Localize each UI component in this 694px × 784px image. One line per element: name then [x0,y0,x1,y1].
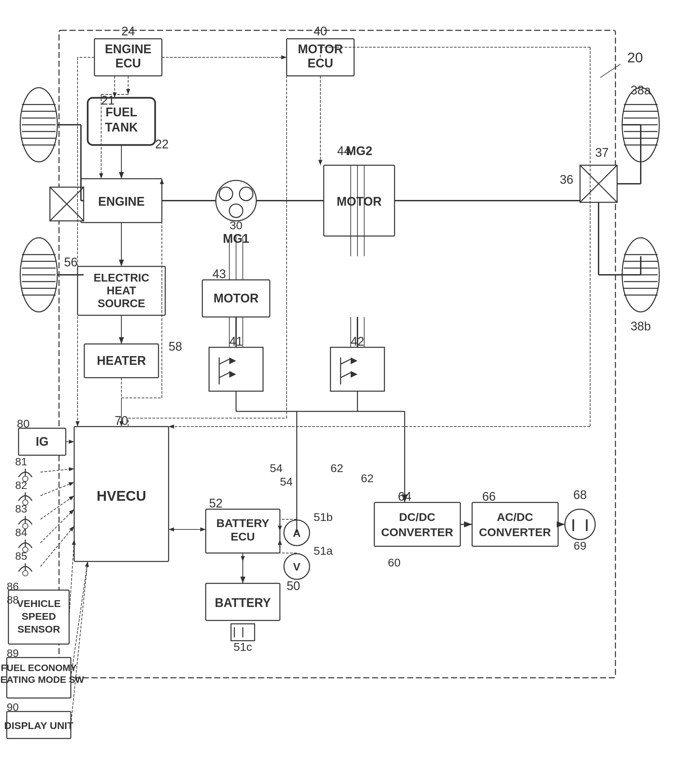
svg-text:69: 69 [574,539,587,552]
svg-text:68: 68 [573,488,587,502]
ref-20: 20 [627,49,643,66]
svg-text:21: 21 [101,94,115,107]
svg-text:44: 44 [337,144,351,158]
svg-text:83: 83 [15,503,27,515]
svg-text:43: 43 [213,267,226,281]
svg-text:DC/DC: DC/DC [399,511,435,523]
svg-text:DISPLAY UNIT: DISPLAY UNIT [4,720,73,731]
svg-rect-122 [472,502,558,546]
svg-text:56: 56 [64,255,77,269]
svg-text:AC/DC: AC/DC [497,511,533,523]
svg-text:VEHICLE: VEHICLE [17,598,61,609]
svg-text:81: 81 [15,456,27,468]
svg-text:CONVERTER: CONVERTER [381,526,453,539]
svg-text:HEAT: HEAT [107,284,136,297]
svg-text:40: 40 [313,24,327,38]
svg-text:FUEL: FUEL [106,105,137,119]
svg-text:TANK: TANK [105,120,138,134]
svg-text:HVECU: HVECU [96,488,146,504]
svg-text:54: 54 [280,475,293,488]
svg-text:ECU: ECU [115,56,141,70]
svg-text:36: 36 [560,173,573,186]
svg-text:ECU: ECU [308,56,333,70]
svg-text:37: 37 [595,146,609,160]
svg-text:51b: 51b [313,511,333,523]
svg-text:54: 54 [270,462,283,474]
svg-text:ENGINE: ENGINE [105,42,152,56]
svg-text:V: V [293,561,300,573]
svg-text:HEATING MODE SW: HEATING MODE SW [0,674,84,685]
svg-text:30: 30 [230,219,242,232]
svg-text:86: 86 [7,580,19,593]
svg-text:SPEED: SPEED [21,611,56,622]
svg-text:BATTERY: BATTERY [216,517,269,529]
svg-text:22: 22 [155,137,169,151]
svg-text:50: 50 [287,579,300,593]
svg-text:52: 52 [209,496,223,510]
svg-text:BATTERY: BATTERY [215,596,271,609]
svg-text:CONVERTER: CONVERTER [479,526,551,539]
svg-text:62: 62 [361,472,374,484]
svg-point-32 [229,204,243,217]
svg-point-30 [219,187,233,201]
svg-text:51c: 51c [234,640,252,653]
diagram: 20 ENGINE ECU 24 MOTOR ECU 40 FUEL TANK … [0,0,694,784]
svg-point-150 [23,571,28,576]
svg-text:80: 80 [17,417,30,430]
svg-text:ELECTRIC: ELECTRIC [94,272,149,284]
svg-text:ECU: ECU [231,530,255,543]
svg-text:IG: IG [36,435,49,448]
svg-text:84: 84 [15,526,27,539]
svg-text:60: 60 [388,556,401,569]
svg-rect-84 [209,348,263,391]
svg-text:51a: 51a [313,544,333,557]
svg-point-126 [565,509,595,540]
svg-text:HEATER: HEATER [97,354,146,367]
svg-text:MOTOR: MOTOR [336,194,381,208]
svg-text:62: 62 [330,462,343,474]
svg-text:38b: 38b [631,320,651,333]
svg-text:SENSOR: SENSOR [18,624,60,635]
svg-text:38a: 38a [631,83,651,97]
svg-text:SOURCE: SOURCE [97,297,145,310]
svg-point-31 [239,187,253,201]
svg-text:FUEL ECONOMY: FUEL ECONOMY [1,663,77,673]
svg-text:85: 85 [15,550,27,562]
svg-text:90: 90 [7,701,19,713]
svg-text:ENGINE: ENGINE [98,194,145,208]
svg-text:66: 66 [482,490,496,504]
svg-text:88: 88 [7,594,19,606]
svg-text:24: 24 [121,24,135,38]
svg-text:82: 82 [15,479,27,491]
svg-text:89: 89 [7,647,19,659]
svg-text:58: 58 [169,339,182,353]
svg-text:MOTOR: MOTOR [213,292,258,305]
svg-rect-118 [374,502,460,546]
svg-rect-91 [330,348,384,391]
